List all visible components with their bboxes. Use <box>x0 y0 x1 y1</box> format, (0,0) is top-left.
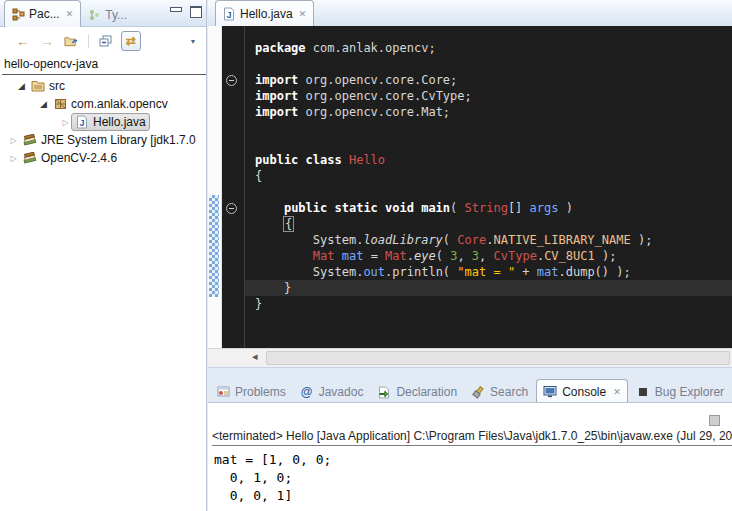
code-line[interactable]: System.loadLibrary( Core.NATIVE_LIBRARY_… <box>255 232 732 248</box>
console-tab-javadoc[interactable]: @Javadoc <box>294 382 370 402</box>
code-token: System. <box>255 233 363 247</box>
tree-item-com-anlak-opencv[interactable]: ◢com.anlak.opencv <box>0 95 206 113</box>
scroll-left-icon[interactable]: ◂ <box>252 350 258 363</box>
code-line[interactable]: { <box>255 216 732 232</box>
library-icon <box>23 151 37 165</box>
code-line[interactable]: package com.anlak.opencv; <box>255 40 732 56</box>
java-file-icon: J <box>222 7 236 21</box>
code-token: out <box>363 265 385 279</box>
code-line[interactable] <box>255 136 732 152</box>
editor-area: J Hello.java ✕ package com.anlak.opencv;… <box>208 0 732 368</box>
editor-body: package com.anlak.opencv; import org.ope… <box>208 26 732 350</box>
declaration-icon <box>377 385 391 399</box>
code-token: CvType <box>494 249 537 263</box>
fold-gutter[interactable] <box>222 26 245 350</box>
collapse-all-icon <box>99 34 113 48</box>
code-line[interactable]: } <box>255 296 732 312</box>
code-token: . <box>407 249 414 263</box>
code-area[interactable]: package com.anlak.opencv; import org.ope… <box>245 26 732 350</box>
tree-item-label-wrap: com.anlak.opencv <box>49 95 172 113</box>
project-tree: ◢src◢com.anlak.opencv▷JHello.java▷JRE Sy… <box>0 75 206 167</box>
code-token: eye <box>414 249 436 263</box>
code-token: ); <box>595 249 617 263</box>
code-token: = <box>363 249 385 263</box>
code-token <box>255 249 313 263</box>
tree-item-hello-java[interactable]: ▷JHello.java <box>0 113 206 131</box>
console-output-line: 0, 1, 0; <box>214 469 732 487</box>
code-line[interactable]: public class Hello <box>255 152 732 168</box>
code-line[interactable]: public static void main( String[] args ) <box>255 200 732 216</box>
tab-hello-java[interactable]: J Hello.java ✕ <box>215 0 314 27</box>
fold-collapse-icon[interactable] <box>226 203 237 214</box>
maximize-button[interactable] <box>190 6 202 18</box>
close-icon[interactable]: ✕ <box>66 9 74 19</box>
console-tab-console[interactable]: Console✕ <box>536 379 628 402</box>
tree-item-label: JRE System Library [jdk1.7.0 <box>41 133 196 147</box>
code-token: public class <box>255 153 342 167</box>
editor-tabbar: J Hello.java ✕ <box>208 0 732 27</box>
collapse-arrow-icon[interactable]: ◢ <box>16 81 27 91</box>
expand-arrow-icon[interactable]: ▷ <box>8 154 19 163</box>
code-line[interactable] <box>255 120 732 136</box>
tree-item-label: com.anlak.opencv <box>71 97 168 111</box>
code-token: ) <box>558 201 572 215</box>
code-line[interactable] <box>255 56 732 72</box>
close-icon[interactable]: ✕ <box>613 387 621 397</box>
annotation-ruler[interactable] <box>208 26 222 350</box>
code-line[interactable]: import org.opencv.core.Core; <box>255 72 732 88</box>
package-explorer-view: Pac... ✕ Ty... ←→⇄▼ hello-opencv-java ◢s… <box>0 0 207 511</box>
code-token: Mat <box>313 249 335 263</box>
console-tab-search[interactable]: Search <box>465 382 534 402</box>
view-menu-button[interactable]: ▼ <box>184 32 202 50</box>
code-token: mat <box>537 265 559 279</box>
collapse-all-button[interactable] <box>97 32 115 50</box>
search-icon <box>471 385 485 399</box>
forward-icon: → <box>40 34 54 48</box>
expand-arrow-icon[interactable]: ▷ <box>60 118 71 127</box>
close-icon[interactable]: ✕ <box>299 9 307 19</box>
terminate-button[interactable] <box>709 415 720 426</box>
tab-package-explorer[interactable]: Pac... ✕ <box>4 0 81 27</box>
type-hierarchy-icon <box>87 8 101 22</box>
code-token: org.opencv.core.Core; <box>298 73 457 87</box>
bug-square-icon <box>636 385 650 399</box>
code-token: "mat = " <box>457 265 515 279</box>
tab-label: Pac... <box>29 7 60 21</box>
link-with-editor-button[interactable]: ⇄ <box>121 31 141 51</box>
code-token: , <box>479 249 493 263</box>
tree-item-src[interactable]: ◢src <box>0 77 206 95</box>
code-line[interactable] <box>255 184 732 200</box>
tab-label: Declaration <box>396 385 457 399</box>
code-line[interactable]: { <box>255 168 732 184</box>
code-line[interactable]: import org.opencv.core.CvType; <box>255 88 732 104</box>
library-icon <box>23 133 37 147</box>
code-line[interactable]: Mat mat = Mat.eye( 3, 3, CvType.CV_8UC1 … <box>255 248 732 264</box>
expand-arrow-icon[interactable]: ▷ <box>8 136 19 145</box>
console-output[interactable]: mat = [1, 0, 0; 0, 1, 0; 0, 0, 1] <box>214 451 732 505</box>
minimize-button[interactable] <box>170 7 182 12</box>
code-token: { <box>283 216 294 232</box>
console-tab-problems[interactable]: Problems <box>210 382 292 402</box>
editor-hscrollbar[interactable]: ◂ <box>208 348 732 368</box>
tab-type-hierarchy[interactable]: Ty... <box>81 4 134 26</box>
collapse-arrow-icon[interactable]: ◢ <box>38 99 49 109</box>
console-tab-bug-explorer[interactable]: Bug Explorer <box>630 382 730 402</box>
tree-item-opencv-2-4-6[interactable]: ▷OpenCV-2.4.6 <box>0 149 206 167</box>
tree-item-label-wrap: JRE System Library [jdk1.7.0 <box>19 131 200 149</box>
console-tabbar: Problems@JavadocDeclarationSearchConsole… <box>208 378 732 402</box>
code-line[interactable]: System.out.println( "mat = " + mat.dump(… <box>255 264 732 280</box>
code-token: loadLibrary <box>363 233 442 247</box>
tab-label: Javadoc <box>319 385 364 399</box>
back-button[interactable]: ← <box>14 32 32 50</box>
project-label[interactable]: hello-opencv-java <box>2 56 206 75</box>
scrollbar-thumb[interactable] <box>266 351 730 365</box>
code-line[interactable]: import org.opencv.core.Mat; <box>255 104 732 120</box>
fold-collapse-icon[interactable] <box>226 75 237 86</box>
console-content: <terminated> Hello [Java Application] C:… <box>208 402 732 511</box>
console-tab-declaration[interactable]: Declaration <box>371 382 463 402</box>
forward-button[interactable]: → <box>38 32 56 50</box>
code-line-current[interactable]: } <box>245 280 732 296</box>
tree-item-jre-system-library-jdk1-7-0[interactable]: ▷JRE System Library [jdk1.7.0 <box>0 131 206 149</box>
up-button[interactable] <box>62 32 80 50</box>
console-output-line: 0, 0, 1] <box>214 487 732 505</box>
